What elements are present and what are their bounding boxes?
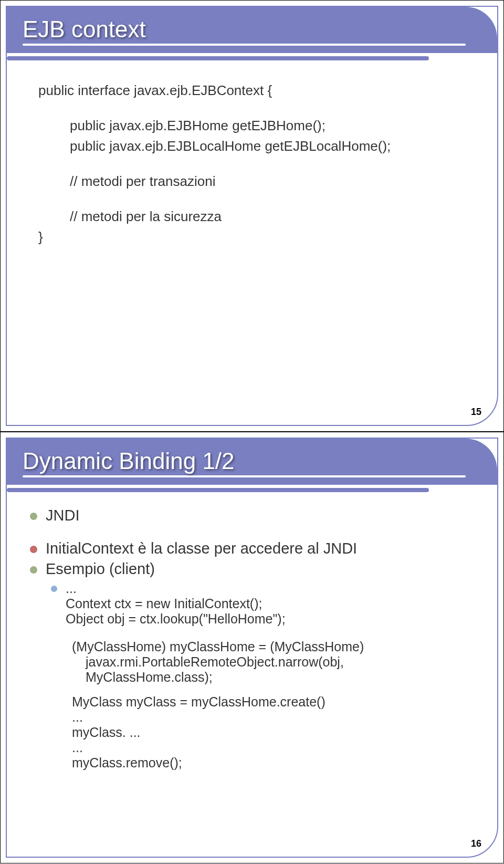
bullet-text: ... (66, 581, 286, 596)
bullet-dot-icon (30, 566, 37, 574)
bullet-text: Context ctx = new InitialContext(); (66, 596, 286, 611)
bullet-item: Esempio (client) (30, 560, 474, 578)
title-underline-thin (23, 475, 466, 477)
code-line: } (38, 227, 466, 247)
page-number: 15 (471, 407, 481, 418)
bullet-text: InitialContext è la classe per accedere … (46, 540, 357, 557)
bullet-dot-icon (30, 513, 37, 520)
slide-page-2: Dynamic Binding 1/2 JNDI InitialContext … (0, 432, 504, 863)
slide-frame: Dynamic Binding 1/2 JNDI InitialContext … (6, 438, 498, 858)
title-band: EJB context (7, 7, 497, 53)
bullet-item: ... Context ctx = new InitialContext(); … (30, 581, 474, 627)
code-line: public interface javax.ejb.EJBContext { (38, 80, 466, 101)
bullet-text: myClass.remove(); (72, 755, 474, 771)
bullet-item: JNDI (30, 507, 474, 524)
bullet-text: Esempio (client) (46, 560, 155, 578)
bullet-item: InitialContext è la classe per accedere … (30, 540, 474, 557)
bullet-dot-icon (51, 586, 57, 592)
code-line: // metodi per la sicurezza (38, 206, 466, 227)
bullet-text: Object obj = ctx.lookup("HelloHome"); (66, 611, 286, 627)
bullet-text: ... (72, 740, 474, 755)
title-underline-thick (7, 56, 429, 60)
title-band: Dynamic Binding 1/2 (7, 439, 497, 485)
title-underline-thick (7, 488, 429, 492)
slide-title: EJB context (23, 16, 481, 43)
slide-content: public interface javax.ejb.EJBContext { … (38, 80, 466, 388)
bullet-text: myClass. ... (72, 725, 474, 740)
slide-title: Dynamic Binding 1/2 (23, 448, 481, 474)
bullet-text: javax.rmi.PortableRemoteObject.narrow(ob… (72, 654, 474, 685)
slide-frame: EJB context public interface javax.ejb.E… (6, 6, 498, 426)
bullet-text: ... (72, 710, 474, 725)
title-underline-thin (23, 44, 466, 46)
code-line: public javax.ejb.EJBLocalHome getEJBLoca… (38, 136, 466, 157)
bullet-dot-icon (30, 546, 37, 553)
slide-content: JNDI InitialContext è la classe per acce… (30, 507, 474, 820)
bullet-text: (MyClassHome) myClassHome = (MyClassHome… (72, 639, 474, 654)
code-line: // metodi per transazioni (38, 171, 466, 192)
bullet-text: MyClass myClass = myClassHome.create() (72, 694, 474, 710)
slide-page-1: EJB context public interface javax.ejb.E… (0, 0, 504, 432)
code-line: public javax.ejb.EJBHome getEJBHome(); (38, 116, 466, 136)
bullet-text: JNDI (46, 507, 79, 524)
page-number: 16 (471, 838, 481, 849)
